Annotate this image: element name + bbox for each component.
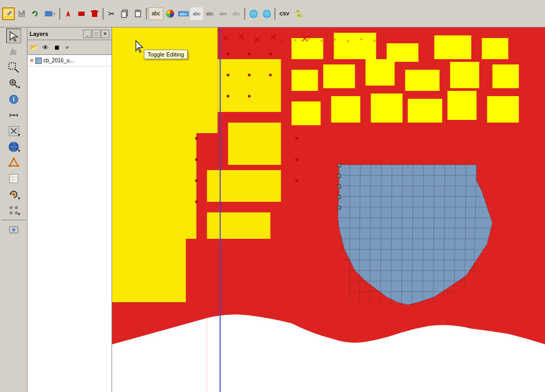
svg-rect-84 xyxy=(371,94,403,123)
main-layout: i xyxy=(0,27,545,392)
svg-rect-82 xyxy=(292,101,321,125)
svg-rect-136 xyxy=(296,158,298,161)
layer-name-label: cb_2016_u... xyxy=(43,58,74,63)
globe-nav-button[interactable] xyxy=(6,139,21,154)
svg-rect-12 xyxy=(92,12,97,17)
svg-line-28 xyxy=(15,69,19,72)
erase-button[interactable] xyxy=(75,7,88,20)
globe-tool1[interactable]: 🌐 xyxy=(247,7,260,20)
open-layer-button[interactable]: 📂 xyxy=(29,42,39,53)
delete-feature-button[interactable] xyxy=(88,7,101,20)
svg-rect-18 xyxy=(136,10,140,12)
erase-icon xyxy=(77,10,86,18)
svg-rect-125 xyxy=(270,53,272,55)
svg-rect-65 xyxy=(112,133,197,239)
svg-rect-87 xyxy=(487,96,519,123)
zoom-rect-button[interactable] xyxy=(6,60,21,75)
svg-rect-83 xyxy=(331,96,361,123)
panel-maximize-button[interactable]: □ xyxy=(92,30,100,38)
delete-icon xyxy=(90,10,99,18)
separator3 xyxy=(146,8,147,20)
svg-rect-69 xyxy=(207,170,281,202)
svg-rect-70 xyxy=(207,212,271,239)
extra-tool1[interactable] xyxy=(6,222,21,237)
paste-button[interactable] xyxy=(132,7,144,20)
save-layer-button[interactable] xyxy=(15,7,28,20)
layer-delete-icon: ✕ xyxy=(30,58,34,63)
pan-tool-button[interactable] xyxy=(6,44,21,59)
svg-rect-5 xyxy=(19,14,24,16)
label-tool3[interactable]: abc xyxy=(190,7,203,20)
svg-line-30 xyxy=(15,85,17,87)
dropdown-button[interactable] xyxy=(42,7,58,20)
measure-icon xyxy=(8,110,19,120)
zoom-tools-button[interactable] xyxy=(6,76,21,91)
panel-minimize-button[interactable]: _ xyxy=(83,30,91,38)
svg-rect-16 xyxy=(122,12,126,17)
svg-rect-23 xyxy=(12,51,13,55)
svg-rect-74 xyxy=(435,35,472,59)
digitize-tools-button[interactable] xyxy=(6,124,21,138)
svg-rect-50 xyxy=(10,174,18,183)
dropdown-icon xyxy=(44,10,55,18)
svg-rect-14 xyxy=(93,10,96,11)
select-tool-button[interactable] xyxy=(6,29,21,43)
label-tool1[interactable]: abc xyxy=(149,7,163,20)
svg-point-57 xyxy=(15,206,18,209)
panel-close-button[interactable]: ✕ xyxy=(101,30,109,38)
svg-rect-80 xyxy=(450,62,479,88)
vertex-tool-button[interactable] xyxy=(6,155,21,170)
svg-rect-2 xyxy=(4,16,13,17)
label-tool5[interactable]: abc xyxy=(217,7,229,20)
edit-tools-button[interactable] xyxy=(6,203,21,218)
attributes-button[interactable] xyxy=(6,171,21,186)
csv-tool[interactable]: CSV xyxy=(277,7,292,20)
svg-text:abc: abc xyxy=(180,12,187,16)
rotate-button[interactable] xyxy=(6,187,21,202)
separator1 xyxy=(59,8,60,20)
refresh-button[interactable] xyxy=(29,7,41,20)
svg-rect-159 xyxy=(338,206,341,209)
globe-tool2[interactable]: 🌐 xyxy=(260,7,273,20)
svg-rect-123 xyxy=(227,53,229,55)
svg-rect-127 xyxy=(248,74,251,76)
svg-point-56 xyxy=(10,206,13,209)
svg-marker-8 xyxy=(53,12,55,15)
svg-point-49 xyxy=(17,165,19,167)
measure-button[interactable] xyxy=(6,108,21,123)
copy-icon xyxy=(121,10,129,18)
cut-button[interactable]: ✂ xyxy=(105,7,118,20)
svg-marker-22 xyxy=(10,32,17,41)
svg-text:i: i xyxy=(13,96,14,103)
label-tool4[interactable]: abc xyxy=(204,7,216,20)
python-tool[interactable]: 🐍 xyxy=(292,7,305,20)
svg-marker-46 xyxy=(10,158,18,166)
filter-button[interactable]: ⏹ xyxy=(52,42,62,53)
map-area[interactable]: Toggle Editing xyxy=(112,27,545,392)
label-tool2[interactable]: abc xyxy=(177,7,190,20)
label-tool6[interactable]: abc xyxy=(230,7,243,20)
svg-point-59 xyxy=(15,211,18,214)
eye-button[interactable]: 👁 xyxy=(40,42,51,53)
svg-rect-126 xyxy=(227,74,229,76)
layer-item-cb2016[interactable]: ✕ cb_2016_u... xyxy=(27,55,112,67)
edit-tools-icon xyxy=(8,205,19,216)
chart-tool[interactable] xyxy=(164,7,177,20)
svg-rect-25 xyxy=(15,50,16,55)
svg-rect-81 xyxy=(493,64,519,88)
zoom-rect-icon xyxy=(8,62,19,73)
toggle-editing-button[interactable] xyxy=(2,7,15,20)
identify-icon: i xyxy=(8,94,19,105)
identify-button[interactable]: i xyxy=(6,92,21,107)
digitize-button[interactable] xyxy=(62,7,75,20)
svg-rect-0 xyxy=(7,11,12,16)
main-toolbar: ✂ abc xyxy=(0,0,545,27)
panel-header: Layers _ □ ✕ xyxy=(27,27,112,40)
more-tools-button[interactable]: » xyxy=(63,42,71,53)
panel-title: Layers xyxy=(30,31,48,37)
svg-rect-134 xyxy=(196,201,198,203)
copy-button[interactable] xyxy=(118,7,131,20)
layer-color-icon xyxy=(35,58,42,64)
separator4 xyxy=(244,8,245,20)
svg-rect-68 xyxy=(228,123,281,165)
